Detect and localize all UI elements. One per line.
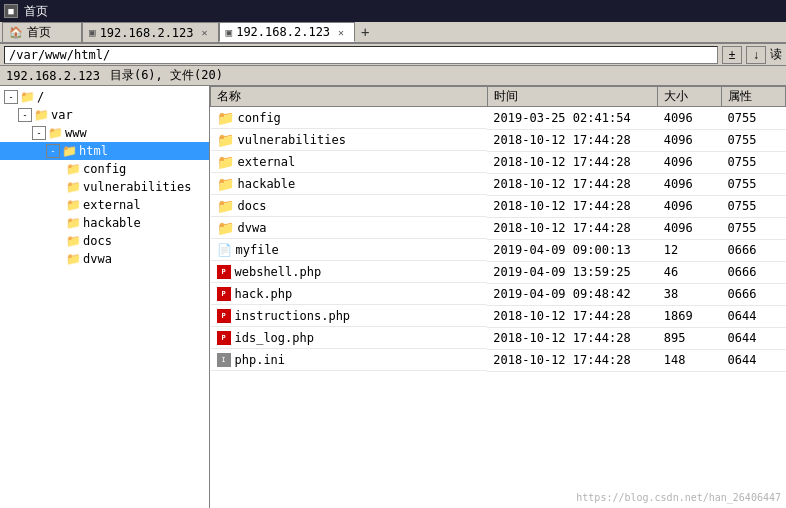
file-attr: 0755 — [722, 151, 786, 173]
file-attr: 0755 — [722, 195, 786, 217]
file-size: 4096 — [658, 129, 722, 151]
www-icon: 📁 — [48, 126, 63, 140]
col-name[interactable]: 名称 — [211, 87, 488, 107]
tree-label-docs: docs — [83, 234, 112, 248]
table-row[interactable]: 📁 dvwa 2018-10-12 17:44:28 4096 0755 — [211, 217, 786, 239]
file-name: instructions.php — [235, 309, 351, 323]
add-tab-button[interactable]: + — [355, 22, 375, 42]
file-size: 4096 — [658, 151, 722, 173]
file-time: 2018-10-12 17:44:28 — [487, 195, 657, 217]
dvwa-folder-icon: 📁 — [66, 252, 81, 266]
title-text: 首页 — [24, 3, 48, 20]
file-size: 4096 — [658, 217, 722, 239]
file-time: 2019-04-09 09:00:13 — [487, 239, 657, 261]
tree-label-hackable: hackable — [83, 216, 141, 230]
address-input[interactable] — [4, 46, 718, 64]
expand-www[interactable]: - — [32, 126, 46, 140]
tree-item-config[interactable]: 📁 config — [0, 160, 209, 178]
address-up-button[interactable]: ± — [722, 46, 742, 64]
col-attr[interactable]: 属性 — [722, 87, 786, 107]
main-area: - 📁 / - 📁 var - 📁 www - 📁 html 📁 — [0, 86, 786, 508]
table-row[interactable]: 📁 vulnerabilities 2018-10-12 17:44:28 40… — [211, 129, 786, 151]
tree-item-vulnerabilities[interactable]: 📁 vulnerabilities — [0, 178, 209, 196]
file-name: vulnerabilities — [238, 133, 346, 147]
tree-item-dvwa[interactable]: 📁 dvwa — [0, 250, 209, 268]
tree-label-var: var — [51, 108, 73, 122]
file-size: 12 — [658, 239, 722, 261]
table-row[interactable]: 📁 docs 2018-10-12 17:44:28 4096 0755 — [211, 195, 786, 217]
table-row[interactable]: P instructions.php 2018-10-12 17:44:28 1… — [211, 305, 786, 327]
file-panel: 名称 时间 大小 属性 📁 config 2019-03-25 02:41:54… — [210, 86, 786, 508]
table-row[interactable]: 📁 hackable 2018-10-12 17:44:28 4096 0755 — [211, 173, 786, 195]
tree-label-config: config — [83, 162, 126, 176]
table-row[interactable]: P ids_log.php 2018-10-12 17:44:28 895 06… — [211, 327, 786, 349]
tree-item-html[interactable]: - 📁 html — [0, 142, 209, 160]
file-name: external — [238, 155, 296, 169]
tree-item-docs[interactable]: 📁 docs — [0, 232, 209, 250]
table-row[interactable]: 📁 external 2018-10-12 17:44:28 4096 0755 — [211, 151, 786, 173]
folder-icon: 📁 — [217, 176, 234, 192]
file-attr: 0755 — [722, 173, 786, 195]
file-name: config — [238, 111, 281, 125]
title-bar: ■ 首页 — [0, 0, 786, 22]
var-icon: 📁 — [34, 108, 49, 122]
tab-ssh1[interactable]: ▣ 192.168.2.123 ✕ — [82, 22, 219, 42]
file-name: webshell.php — [235, 265, 322, 279]
expand-root[interactable]: - — [4, 90, 18, 104]
tab-ssh1-icon: ▣ — [89, 26, 96, 39]
file-name: myfile — [236, 243, 279, 257]
tree-label-dvwa: dvwa — [83, 252, 112, 266]
tab-ssh1-close[interactable]: ✕ — [198, 26, 212, 40]
file-time: 2018-10-12 17:44:28 — [487, 327, 657, 349]
folder-icon: 📁 — [217, 132, 234, 148]
html-icon: 📁 — [62, 144, 77, 158]
table-row[interactable]: 📁 config 2019-03-25 02:41:54 4096 0755 — [211, 107, 786, 130]
tree-label-external: external — [83, 198, 141, 212]
tab-ssh2-label: 192.168.2.123 — [236, 25, 330, 39]
file-size: 38 — [658, 283, 722, 305]
tab-home[interactable]: 🏠 首页 — [2, 22, 82, 42]
tab-home-label: 首页 — [27, 24, 51, 41]
watermark: https://blog.csdn.net/han_26406447 — [576, 492, 781, 503]
expand-html[interactable]: - — [46, 144, 60, 158]
table-row[interactable]: P webshell.php 2019-04-09 13:59:25 46 06… — [211, 261, 786, 283]
tab-ssh2-icon: ▣ — [226, 26, 233, 39]
table-row[interactable]: P hack.php 2019-04-09 09:48:42 38 0666 — [211, 283, 786, 305]
file-size: 46 — [658, 261, 722, 283]
file-table: 名称 时间 大小 属性 📁 config 2019-03-25 02:41:54… — [210, 86, 786, 372]
address-refresh-button[interactable]: ↓ — [746, 46, 766, 64]
address-bar: ± ↓ 读 — [0, 44, 786, 66]
app-icon: ■ — [4, 4, 18, 18]
file-attr: 0666 — [722, 283, 786, 305]
file-name: hack.php — [235, 287, 293, 301]
docs-folder-icon: 📁 — [66, 234, 81, 248]
php-icon: P — [217, 331, 231, 345]
ini-icon: I — [217, 353, 231, 367]
tree-item-www[interactable]: - 📁 www — [0, 124, 209, 142]
tab-home-icon: 🏠 — [9, 26, 23, 39]
tree-item-root[interactable]: - 📁 / — [0, 88, 209, 106]
tab-ssh2[interactable]: ▣ 192.168.2.123 ✕ — [219, 22, 356, 42]
file-size: 4096 — [658, 107, 722, 130]
php-icon: P — [217, 309, 231, 323]
file-name: hackable — [238, 177, 296, 191]
table-row[interactable]: 📄 myfile 2019-04-09 09:00:13 12 0666 — [211, 239, 786, 261]
tree-item-external[interactable]: 📁 external — [0, 196, 209, 214]
tree-item-hackable[interactable]: 📁 hackable — [0, 214, 209, 232]
expand-var[interactable]: - — [18, 108, 32, 122]
folder-icon: 📁 — [217, 110, 234, 126]
col-time[interactable]: 时间 — [487, 87, 657, 107]
file-attr: 0755 — [722, 217, 786, 239]
status-bar: 192.168.2.123 目录(6), 文件(20) — [0, 66, 786, 86]
file-attr: 0755 — [722, 107, 786, 130]
col-size[interactable]: 大小 — [658, 87, 722, 107]
tab-bar: 🏠 首页 ▣ 192.168.2.123 ✕ ▣ 192.168.2.123 ✕… — [0, 22, 786, 44]
tree-item-var[interactable]: - 📁 var — [0, 106, 209, 124]
file-time: 2018-10-12 17:44:28 — [487, 151, 657, 173]
file-size: 4096 — [658, 195, 722, 217]
file-time: 2018-10-12 17:44:28 — [487, 349, 657, 371]
file-time: 2019-03-25 02:41:54 — [487, 107, 657, 130]
table-row[interactable]: I php.ini 2018-10-12 17:44:28 148 0644 — [211, 349, 786, 371]
file-time: 2018-10-12 17:44:28 — [487, 305, 657, 327]
tab-ssh2-close[interactable]: ✕ — [334, 25, 348, 39]
